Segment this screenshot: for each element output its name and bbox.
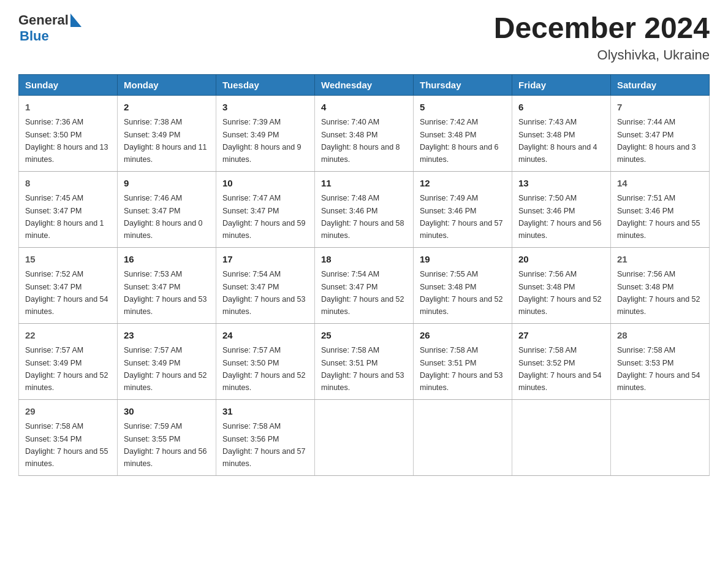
calendar-week-row: 22Sunrise: 7:57 AMSunset: 3:49 PMDayligh… (19, 323, 710, 399)
calendar-cell: 23Sunrise: 7:57 AMSunset: 3:49 PMDayligh… (118, 323, 216, 399)
calendar-cell: 4Sunrise: 7:40 AMSunset: 3:48 PMDaylight… (315, 95, 414, 171)
day-info: Sunrise: 7:45 AMSunset: 3:47 PMDaylight:… (25, 194, 104, 240)
calendar-cell: 24Sunrise: 7:57 AMSunset: 3:50 PMDayligh… (216, 323, 315, 399)
day-info: Sunrise: 7:57 AMSunset: 3:49 PMDaylight:… (25, 346, 108, 392)
calendar-cell: 29Sunrise: 7:58 AMSunset: 3:54 PMDayligh… (19, 399, 118, 475)
calendar-week-row: 1Sunrise: 7:36 AMSunset: 3:50 PMDaylight… (19, 95, 710, 171)
calendar-cell: 14Sunrise: 7:51 AMSunset: 3:46 PMDayligh… (611, 171, 710, 247)
day-info: Sunrise: 7:58 AMSunset: 3:53 PMDaylight:… (617, 346, 700, 392)
calendar-cell: 30Sunrise: 7:59 AMSunset: 3:55 PMDayligh… (118, 399, 216, 475)
calendar-cell: 9Sunrise: 7:46 AMSunset: 3:47 PMDaylight… (118, 171, 216, 247)
weekday-header-tuesday: Tuesday (216, 74, 315, 95)
calendar-cell: 8Sunrise: 7:45 AMSunset: 3:47 PMDaylight… (19, 171, 118, 247)
calendar-cell: 28Sunrise: 7:58 AMSunset: 3:53 PMDayligh… (611, 323, 710, 399)
day-number: 17 (222, 253, 308, 267)
day-number: 7 (617, 101, 703, 115)
calendar-cell: 26Sunrise: 7:58 AMSunset: 3:51 PMDayligh… (414, 323, 512, 399)
calendar-cell: 18Sunrise: 7:54 AMSunset: 3:47 PMDayligh… (315, 247, 414, 323)
day-info: Sunrise: 7:53 AMSunset: 3:47 PMDaylight:… (124, 270, 207, 316)
calendar-week-row: 29Sunrise: 7:58 AMSunset: 3:54 PMDayligh… (19, 399, 710, 475)
day-info: Sunrise: 7:58 AMSunset: 3:51 PMDaylight:… (420, 346, 503, 392)
day-number: 9 (124, 177, 210, 191)
calendar-cell (611, 399, 710, 475)
day-number: 30 (124, 405, 210, 419)
day-number: 19 (420, 253, 506, 267)
day-info: Sunrise: 7:56 AMSunset: 3:48 PMDaylight:… (617, 270, 700, 316)
calendar-cell: 22Sunrise: 7:57 AMSunset: 3:49 PMDayligh… (19, 323, 118, 399)
day-number: 2 (124, 101, 210, 115)
calendar-cell: 31Sunrise: 7:58 AMSunset: 3:56 PMDayligh… (216, 399, 315, 475)
day-number: 4 (321, 101, 407, 115)
calendar-cell: 2Sunrise: 7:38 AMSunset: 3:49 PMDaylight… (118, 95, 216, 171)
weekday-header-saturday: Saturday (611, 74, 710, 95)
day-number: 25 (321, 329, 407, 343)
day-info: Sunrise: 7:40 AMSunset: 3:48 PMDaylight:… (321, 118, 400, 164)
day-number: 11 (321, 177, 407, 191)
day-info: Sunrise: 7:50 AMSunset: 3:46 PMDaylight:… (518, 194, 602, 240)
logo-triangle-icon (69, 13, 82, 27)
day-info: Sunrise: 7:48 AMSunset: 3:46 PMDaylight:… (321, 194, 404, 240)
day-number: 1 (25, 101, 111, 115)
calendar-cell: 27Sunrise: 7:58 AMSunset: 3:52 PMDayligh… (512, 323, 611, 399)
day-number: 5 (420, 101, 506, 115)
day-number: 16 (124, 253, 210, 267)
title-block: December 2024 Olyshivka, Ukraine (494, 12, 710, 63)
calendar-cell: 13Sunrise: 7:50 AMSunset: 3:46 PMDayligh… (512, 171, 611, 247)
day-info: Sunrise: 7:58 AMSunset: 3:54 PMDaylight:… (25, 422, 108, 468)
calendar-week-row: 8Sunrise: 7:45 AMSunset: 3:47 PMDaylight… (19, 171, 710, 247)
day-number: 15 (25, 253, 111, 267)
logo-general-text: General (18, 12, 69, 28)
day-number: 29 (25, 405, 111, 419)
day-info: Sunrise: 7:51 AMSunset: 3:46 PMDaylight:… (617, 194, 700, 240)
calendar-cell: 15Sunrise: 7:52 AMSunset: 3:47 PMDayligh… (19, 247, 118, 323)
calendar-cell: 1Sunrise: 7:36 AMSunset: 3:50 PMDaylight… (19, 95, 118, 171)
day-info: Sunrise: 7:46 AMSunset: 3:47 PMDaylight:… (124, 194, 203, 240)
day-info: Sunrise: 7:56 AMSunset: 3:48 PMDaylight:… (518, 270, 602, 316)
day-number: 22 (25, 329, 111, 343)
day-number: 12 (420, 177, 506, 191)
day-info: Sunrise: 7:47 AMSunset: 3:47 PMDaylight:… (222, 194, 306, 240)
day-number: 20 (518, 253, 604, 267)
calendar-cell: 17Sunrise: 7:54 AMSunset: 3:47 PMDayligh… (216, 247, 315, 323)
calendar-table: SundayMondayTuesdayWednesdayThursdayFrid… (18, 74, 710, 476)
day-number: 3 (222, 101, 308, 115)
calendar-week-row: 15Sunrise: 7:52 AMSunset: 3:47 PMDayligh… (19, 247, 710, 323)
day-info: Sunrise: 7:57 AMSunset: 3:50 PMDaylight:… (222, 346, 306, 392)
weekday-header-thursday: Thursday (414, 74, 512, 95)
day-number: 13 (518, 177, 604, 191)
day-number: 21 (617, 253, 703, 267)
calendar-cell: 10Sunrise: 7:47 AMSunset: 3:47 PMDayligh… (216, 171, 315, 247)
day-info: Sunrise: 7:52 AMSunset: 3:47 PMDaylight:… (25, 270, 108, 316)
day-info: Sunrise: 7:58 AMSunset: 3:56 PMDaylight:… (222, 422, 306, 468)
day-number: 8 (25, 177, 111, 191)
weekday-header-sunday: Sunday (19, 74, 118, 95)
day-number: 10 (222, 177, 308, 191)
day-number: 31 (222, 405, 308, 419)
calendar-cell: 11Sunrise: 7:48 AMSunset: 3:46 PMDayligh… (315, 171, 414, 247)
logo: General Blue (18, 12, 82, 44)
day-number: 23 (124, 329, 210, 343)
calendar-cell (414, 399, 512, 475)
day-number: 6 (518, 101, 604, 115)
day-info: Sunrise: 7:39 AMSunset: 3:49 PMDaylight:… (222, 118, 301, 164)
day-info: Sunrise: 7:58 AMSunset: 3:52 PMDaylight:… (518, 346, 602, 392)
day-info: Sunrise: 7:55 AMSunset: 3:48 PMDaylight:… (420, 270, 503, 316)
weekday-header-wednesday: Wednesday (315, 74, 414, 95)
day-info: Sunrise: 7:38 AMSunset: 3:49 PMDaylight:… (124, 118, 207, 164)
day-info: Sunrise: 7:58 AMSunset: 3:51 PMDaylight:… (321, 346, 404, 392)
day-info: Sunrise: 7:42 AMSunset: 3:48 PMDaylight:… (420, 118, 499, 164)
weekday-header-friday: Friday (512, 74, 611, 95)
day-number: 27 (518, 329, 604, 343)
day-info: Sunrise: 7:54 AMSunset: 3:47 PMDaylight:… (321, 270, 404, 316)
day-number: 18 (321, 253, 407, 267)
page-subtitle: Olyshivka, Ukraine (494, 47, 710, 63)
day-info: Sunrise: 7:59 AMSunset: 3:55 PMDaylight:… (124, 422, 207, 468)
day-number: 28 (617, 329, 703, 343)
calendar-cell: 19Sunrise: 7:55 AMSunset: 3:48 PMDayligh… (414, 247, 512, 323)
day-info: Sunrise: 7:36 AMSunset: 3:50 PMDaylight:… (25, 118, 108, 164)
calendar-header-row: SundayMondayTuesdayWednesdayThursdayFrid… (19, 74, 710, 95)
calendar-cell: 21Sunrise: 7:56 AMSunset: 3:48 PMDayligh… (611, 247, 710, 323)
calendar-cell: 3Sunrise: 7:39 AMSunset: 3:49 PMDaylight… (216, 95, 315, 171)
weekday-header-monday: Monday (118, 74, 216, 95)
day-number: 26 (420, 329, 506, 343)
